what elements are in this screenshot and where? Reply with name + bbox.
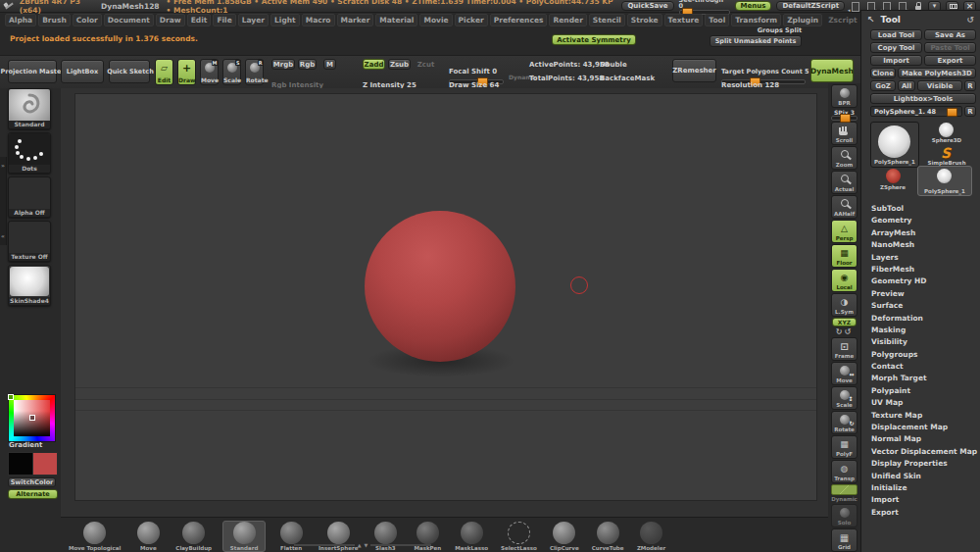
stroke-type-thumb[interactable]: Dots xyxy=(8,132,51,174)
menu-layer[interactable]: Layer xyxy=(238,14,269,26)
tool-section-visibility[interactable]: Visibility xyxy=(871,336,980,348)
goz-all-button[interactable]: All xyxy=(898,80,915,91)
tray-brush-move-topological[interactable]: Move Topological xyxy=(67,521,122,552)
zcut-button[interactable]: Zcut xyxy=(416,59,436,70)
current-brush-thumb[interactable]: Standard xyxy=(8,88,51,129)
shelf-rotate-button[interactable]: Rotate xyxy=(831,411,858,434)
layout-doc-back-icon[interactable] xyxy=(850,1,860,12)
menu-document[interactable]: Document xyxy=(104,14,154,26)
tool-section-subtool[interactable]: SubTool xyxy=(871,203,980,215)
zadd-button[interactable]: Zadd xyxy=(363,59,385,70)
scroll-down-icon[interactable]: ▼ xyxy=(365,542,368,548)
menu-draw[interactable]: Draw xyxy=(156,14,185,26)
menu-preferences[interactable]: Preferences xyxy=(490,14,548,26)
shelf-scroll-button[interactable]: Scroll xyxy=(831,122,858,145)
load-tool-button[interactable]: Load Tool xyxy=(870,29,922,40)
menu-picker[interactable]: Picker xyxy=(455,14,488,26)
shelf-floor-button[interactable]: Floor xyxy=(831,244,858,268)
tray-brush-zmodeler[interactable]: ZModeler xyxy=(635,521,668,552)
goz-visible-button[interactable]: Visible xyxy=(917,80,962,91)
alternate-button[interactable]: Alternate xyxy=(8,489,58,499)
menu-color[interactable]: Color xyxy=(73,14,102,26)
tool-section-nanomesh[interactable]: NanoMesh xyxy=(871,239,980,251)
menu-zscript[interactable]: Zscript xyxy=(824,14,861,26)
color-picker[interactable] xyxy=(8,394,56,442)
default-zscript-button[interactable]: DefaultZScript xyxy=(776,1,845,11)
left-tray-divider[interactable]: »« xyxy=(0,157,7,245)
tool-section-display-properties[interactable]: Display Properties xyxy=(871,458,980,470)
tool-section-vector-displacement-map[interactable]: Vector Displacement Map xyxy=(871,446,980,458)
clone-button[interactable]: Clone xyxy=(870,68,896,78)
tool-section-geometry-hd[interactable]: Geometry HD xyxy=(871,276,980,287)
shelf-zoom-button[interactable]: Zoom xyxy=(831,146,858,170)
tool-section-geometry[interactable]: Geometry xyxy=(871,215,980,226)
scale-mode-button[interactable]: S Scale xyxy=(222,59,241,85)
rgb-button[interactable]: Rgb xyxy=(298,59,317,70)
canvas-area[interactable] xyxy=(61,88,828,517)
polysphere-model[interactable] xyxy=(365,211,515,362)
shelf-local-button[interactable]: Local xyxy=(831,269,858,292)
tool-section-displacement-map[interactable]: Displacement Map xyxy=(871,422,980,433)
saturation-value-square[interactable] xyxy=(14,400,50,436)
shelf-scale-button[interactable]: Scale xyxy=(831,386,858,410)
tool-section-deformation[interactable]: Deformation xyxy=(871,313,980,325)
menu-stencil[interactable]: Stencil xyxy=(589,14,625,26)
tray-scrollbar[interactable]: ▲▼ xyxy=(294,542,431,548)
tray-brush-move[interactable]: Move xyxy=(131,521,165,552)
draw-mode-button[interactable]: Draw xyxy=(177,59,196,85)
sphere3d-icon[interactable] xyxy=(939,123,954,137)
shelf-solo-button[interactable]: Solo xyxy=(831,504,858,527)
import-button[interactable]: Import xyxy=(870,55,922,66)
shelf-spix-slider[interactable]: SPix 3 xyxy=(831,109,858,121)
tool-palette-header[interactable]: ↖ Tool ↺ xyxy=(861,11,980,26)
goz-button[interactable]: GoZ xyxy=(870,80,896,91)
secondary-color-swatch[interactable] xyxy=(32,452,58,476)
tray-brush-clipcurve[interactable]: ClipCurve xyxy=(548,521,581,552)
scroll-up-icon[interactable]: ▲ xyxy=(358,542,362,548)
selected-tool-thumb[interactable]: PolySphere_1 xyxy=(917,166,972,196)
copy-tool-button[interactable]: Copy Tool xyxy=(870,42,922,53)
projection-master-button[interactable]: Projection Master xyxy=(8,60,57,83)
m-button[interactable]: M xyxy=(323,59,336,70)
sv-marker[interactable] xyxy=(29,415,35,421)
menu-edit[interactable]: Edit xyxy=(187,14,212,26)
material-thumb[interactable]: SkinShade4 xyxy=(8,265,51,306)
rotate-mode-button[interactable]: R Rotate xyxy=(245,59,264,85)
shelf-lsym-button[interactable]: L.Sym xyxy=(831,293,858,317)
menu-transform[interactable]: Transform xyxy=(731,14,781,26)
zsphere-icon[interactable] xyxy=(886,169,901,183)
texture-thumb[interactable]: Texture Off xyxy=(8,221,51,262)
tool-section-unified-skin[interactable]: Unified Skin xyxy=(871,471,980,482)
shelf-bpr-button[interactable]: BPR xyxy=(831,84,858,108)
double-toggle[interactable]: Double xyxy=(600,62,627,69)
quick-sketch-button[interactable]: Quick Sketch xyxy=(109,60,150,83)
current-tool-thumb[interactable]: PolySphere_1 xyxy=(870,122,919,168)
dynamesh-button[interactable]: DynaMesh xyxy=(810,59,854,82)
tool-section-polygroups[interactable]: Polygroups xyxy=(871,349,980,361)
move-mode-button[interactable]: M Move xyxy=(200,59,219,85)
rotate-ccw-icon[interactable]: ↺ xyxy=(845,327,854,336)
shelf-xyz-button[interactable]: XYZ xyxy=(832,318,857,326)
tool-section-texture-map[interactable]: Texture Map xyxy=(871,410,980,422)
shelf-ghost-button[interactable] xyxy=(831,484,858,495)
inventory-r-button[interactable]: R xyxy=(964,106,976,117)
tray-brush-masklasso[interactable]: MaskLasso xyxy=(453,521,490,552)
simplebrush-icon[interactable]: S xyxy=(941,145,951,161)
export-button[interactable]: Export xyxy=(924,55,976,66)
menu-marker[interactable]: Marker xyxy=(337,14,374,26)
menu-zplugin[interactable]: Zplugin xyxy=(783,14,822,26)
menu-light[interactable]: Light xyxy=(270,14,300,26)
make-polymesh3d-button[interactable]: Make PolyMesh3D xyxy=(898,68,976,78)
tool-section-masking[interactable]: Masking xyxy=(871,325,980,336)
edit-mode-button[interactable]: Edit xyxy=(155,59,173,85)
tool-section-fibermesh[interactable]: FiberMesh xyxy=(871,264,980,276)
tray-brush-claybuildup[interactable]: ClayBuildup xyxy=(173,521,214,552)
mrgb-button[interactable]: Mrgb xyxy=(271,59,295,70)
tool-section-normal-map[interactable]: Normal Map xyxy=(871,433,980,445)
menus-toggle-button[interactable]: Menus xyxy=(735,1,772,11)
menu-movie[interactable]: Movie xyxy=(419,14,452,26)
menu-texture[interactable]: Texture xyxy=(664,14,704,26)
tray-brush-standard[interactable]: Standard xyxy=(222,521,266,552)
lightbox-tools-button[interactable]: Lightbox>Tools xyxy=(870,93,976,104)
tool-section-uv-map[interactable]: UV Map xyxy=(871,397,980,409)
